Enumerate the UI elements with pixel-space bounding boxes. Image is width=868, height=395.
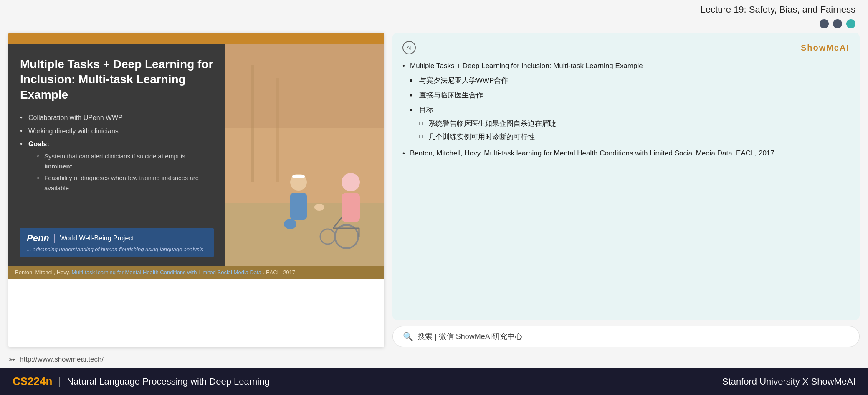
penn-subtitle: ... advancing understanding of human flo… [27, 246, 207, 252]
lecture-title-bar: Lecture 19: Safety, Bias, and Fairness [0, 0, 868, 19]
cursor-icon: ➳ [8, 354, 15, 364]
bullet-1: Collaboration with UPenn WWP [20, 112, 214, 123]
dot-2[interactable] [833, 19, 842, 28]
svg-rect-1 [225, 44, 384, 128]
penn-logo: Penn [27, 233, 49, 244]
slide-image [225, 44, 384, 266]
annotation-list: Multiple Tasks + Deep Learning for Inclu… [402, 60, 850, 160]
sub-bullet-1: System that can alert clinicians if suic… [37, 151, 214, 171]
penn-separator: | [53, 233, 56, 244]
sub-item-3: 目标 系统警告临床医生如果企图自杀迫在眉睫 几个训练实例可用时诊断的可行性 [410, 104, 850, 144]
svg-rect-15 [251, 65, 254, 182]
slide-image-area [225, 44, 384, 266]
annotation-item-1: Multiple Tasks + Deep Learning for Inclu… [402, 60, 850, 143]
card-header: AI ShowMeAI [402, 41, 850, 54]
url-text: http://www.showmeai.tech/ [20, 355, 104, 364]
annotation-sub-list-1: 与宾夕法尼亚大学WWP合作 直接与临床医生合作 目标 系统警告临床医生如果企图自… [410, 75, 850, 143]
showmeai-brand: ShowMeAI [801, 43, 850, 53]
penn-box: Penn | World Well-Being Project ... adva… [20, 228, 214, 257]
citation-link[interactable]: Multi-task learning for Mental Health Co… [72, 269, 262, 275]
footer-course-name: Natural Language Processing with Deep Le… [67, 376, 270, 387]
slide-title: Multiple Tasks + Deep Learning for Inclu… [20, 57, 214, 102]
penn-wwp: World Well-Being Project [60, 234, 134, 242]
url-row: ➳ http://www.showmeai.tech/ [0, 351, 868, 368]
slide-citation: Benton, Mitchell, Hovy. Multi-task learn… [8, 266, 384, 279]
svg-rect-11 [292, 175, 305, 178]
bullet-goals: Goals: System that can alert clinicians … [20, 139, 214, 193]
dot-1[interactable] [820, 19, 829, 28]
sub-bullets: System that can alert clinicians if suic… [28, 151, 214, 193]
footer-left: CS224n | Natural Language Processing wit… [13, 375, 270, 388]
slide-body: Multiple Tasks + Deep Learning for Inclu… [8, 44, 384, 266]
citation-suffix: . EACL, 2017. [263, 269, 297, 275]
search-bar[interactable]: 🔍 搜索 | 微信 ShowMeAI研究中心 [392, 326, 860, 347]
sub-item-1: 与宾夕法尼亚大学WWP合作 [410, 75, 850, 87]
svg-rect-16 [276, 78, 279, 182]
sub-item-2: 直接与临床医生合作 [410, 89, 850, 102]
svg-point-8 [342, 173, 360, 191]
footer-right-text: Stanford University X ShowMeAI [722, 376, 855, 387]
slide-left-content: Multiple Tasks + Deep Learning for Inclu… [8, 44, 225, 266]
footer-right: Stanford University X ShowMeAI [722, 376, 855, 387]
sub-sub-item-2: 几个训练实例可用时诊断的可行性 [419, 131, 850, 143]
annotation-card: AI ShowMeAI Multiple Tasks + Deep Learni… [392, 33, 860, 320]
bullet-2: Working directly with clinicians [20, 126, 214, 137]
penn-header: Penn | World Well-Being Project [27, 233, 207, 244]
right-panel: AI ShowMeAI Multiple Tasks + Deep Learni… [392, 33, 860, 347]
lecture-title: Lecture 19: Safety, Bias, and Fairness [701, 4, 855, 15]
sub-bullet-2: Feasibility of diagnoses when few traini… [37, 173, 214, 193]
scene-illustration [225, 44, 384, 266]
svg-point-14 [314, 204, 324, 211]
ai-icon: AI [402, 41, 416, 54]
svg-point-13 [284, 219, 296, 229]
search-placeholder: 搜索 | 微信 ShowMeAI研究中心 [418, 331, 522, 341]
cs-course-code: CS224n [13, 375, 52, 388]
main-content: Multiple Tasks + Deep Learning for Inclu… [0, 33, 868, 351]
search-icon: 🔍 [403, 331, 413, 341]
navigation-dots [0, 19, 868, 33]
dot-3[interactable] [846, 19, 855, 28]
slide-panel: Multiple Tasks + Deep Learning for Inclu… [8, 33, 384, 347]
annotation-item-2: Benton, Mitchell, Hovy. Multi-task learn… [402, 148, 850, 160]
slide-bullets-list: Collaboration with UPenn WWP Working dir… [20, 112, 214, 193]
annotation-content: Multiple Tasks + Deep Learning for Inclu… [402, 60, 850, 160]
citation-text: Benton, Mitchell, Hovy. [15, 269, 72, 275]
sub-sub-item-1: 系统警告临床医生如果企图自杀迫在眉睫 [419, 118, 850, 130]
svg-rect-12 [290, 193, 307, 220]
slide-top-bar [8, 33, 384, 44]
svg-rect-9 [342, 193, 360, 222]
footer-divider: | [58, 375, 61, 388]
annotation-sub-list-2: 系统警告临床医生如果企图自杀迫在眉睫 几个训练实例可用时诊断的可行性 [419, 118, 850, 144]
footer: CS224n | Natural Language Processing wit… [0, 368, 868, 395]
